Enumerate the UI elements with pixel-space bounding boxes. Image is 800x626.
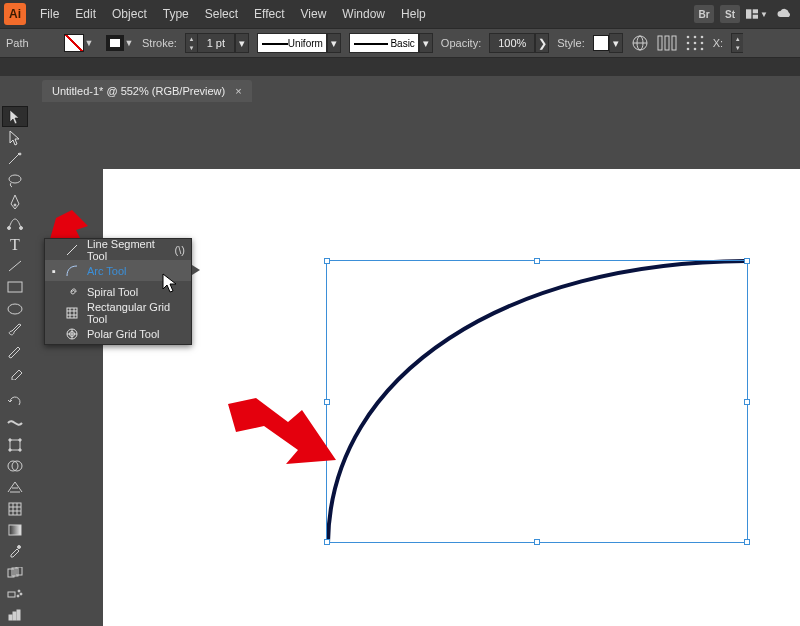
tool-pencil[interactable]: [2, 341, 28, 362]
svg-marker-47: [228, 398, 336, 464]
tool-blend[interactable]: [2, 562, 28, 583]
tool-line-segment[interactable]: [2, 255, 28, 276]
tool-column-graph[interactable]: [2, 605, 28, 626]
menu-view[interactable]: View: [293, 7, 335, 21]
tool-rotate[interactable]: [2, 391, 28, 412]
opacity-input[interactable]: 100% ❯: [489, 33, 549, 53]
menu-window[interactable]: Window: [334, 7, 393, 21]
svg-point-10: [693, 36, 696, 39]
tool-paintbrush[interactable]: [2, 320, 28, 341]
stroke-swatch[interactable]: ▼: [102, 35, 134, 51]
svg-point-20: [14, 204, 16, 206]
menu-help[interactable]: Help: [393, 7, 434, 21]
canvas-overlay: [30, 102, 800, 626]
flyout-item-rectangular-grid[interactable]: Rectangular Grid Tool: [45, 302, 191, 323]
menu-file[interactable]: File: [32, 7, 67, 21]
x-stepper[interactable]: ▲▼: [731, 33, 743, 53]
tool-free-transform[interactable]: [2, 434, 28, 455]
menu-select[interactable]: Select: [197, 7, 246, 21]
fill-swatch[interactable]: ▼: [64, 34, 94, 52]
tool-type[interactable]: T: [2, 234, 28, 255]
svg-point-17: [700, 48, 703, 51]
svg-rect-24: [8, 282, 22, 292]
svg-rect-7: [665, 36, 669, 50]
svg-rect-33: [9, 503, 21, 515]
stroke-weight-value[interactable]: 1 pt: [197, 33, 235, 53]
line-icon: [65, 244, 79, 256]
svg-rect-26: [10, 440, 20, 450]
svg-rect-1: [753, 9, 758, 13]
graphic-style-dropdown[interactable]: ▾: [593, 33, 623, 53]
tool-magic-wand[interactable]: [2, 149, 28, 170]
brush-definition-dropdown[interactable]: Basic ▾: [349, 33, 433, 53]
align-panel-icon[interactable]: [657, 34, 677, 52]
variable-width-profile-dropdown[interactable]: Uniform ▾: [257, 33, 341, 53]
sync-icon[interactable]: [774, 4, 796, 24]
tool-eyedropper[interactable]: [2, 541, 28, 562]
svg-point-28: [19, 438, 21, 440]
transform-panel-icon[interactable]: [685, 34, 705, 52]
flyout-item-line-segment[interactable]: Line Segment Tool (\): [45, 239, 191, 260]
svg-point-18: [19, 153, 21, 155]
svg-rect-44: [13, 612, 16, 620]
flyout-label: Spiral Tool: [87, 286, 185, 298]
svg-rect-43: [9, 615, 12, 620]
annotation-arrow-arc: [228, 398, 338, 482]
tool-eraser[interactable]: [2, 362, 28, 383]
svg-point-21: [8, 227, 11, 230]
tool-symbol-sprayer[interactable]: [2, 583, 28, 604]
canvas[interactable]: [30, 102, 800, 626]
flyout-label: Line Segment Tool: [87, 238, 167, 262]
tool-curvature[interactable]: [2, 213, 28, 234]
close-tab-icon[interactable]: ×: [235, 85, 241, 97]
svg-rect-34: [9, 525, 21, 535]
tool-gradient[interactable]: [2, 519, 28, 540]
svg-point-15: [686, 48, 689, 51]
tool-width[interactable]: [2, 413, 28, 434]
document-tab-title: Untitled-1* @ 552% (RGB/Preview): [52, 85, 225, 97]
flyout-item-polar-grid[interactable]: Polar Grid Tool: [45, 323, 191, 344]
tool-mesh[interactable]: [2, 498, 28, 519]
menu-bar: Ai File Edit Object Type Select Effect V…: [0, 0, 800, 28]
flyout-shortcut: (\): [175, 244, 185, 256]
svg-rect-6: [658, 36, 662, 50]
tool-ellipse[interactable]: [2, 298, 28, 319]
menu-effect[interactable]: Effect: [246, 7, 292, 21]
svg-point-9: [686, 36, 689, 39]
svg-rect-39: [8, 592, 15, 597]
flyout-item-arc[interactable]: ▪ Arc Tool: [45, 260, 191, 281]
tool-shape-builder[interactable]: [2, 455, 28, 476]
flyout-item-spiral[interactable]: Spiral Tool: [45, 281, 191, 302]
svg-point-22: [20, 227, 23, 230]
stroke-weight-stepper[interactable]: ▲▼ 1 pt ▾: [185, 33, 249, 53]
menu-type[interactable]: Type: [155, 7, 197, 21]
menu-edit[interactable]: Edit: [67, 7, 104, 21]
tool-pen[interactable]: [2, 191, 28, 212]
svg-point-12: [686, 42, 689, 45]
tool-lasso[interactable]: [2, 170, 28, 191]
arrange-documents-icon[interactable]: ▼: [746, 4, 768, 24]
stock-icon[interactable]: St: [720, 5, 740, 23]
style-label: Style:: [557, 37, 585, 49]
svg-rect-8: [672, 36, 676, 50]
svg-line-23: [9, 261, 21, 271]
document-tab-bar: Untitled-1* @ 552% (RGB/Preview) ×: [0, 76, 800, 102]
svg-point-42: [17, 595, 19, 597]
tool-selection[interactable]: [2, 106, 28, 127]
svg-point-13: [693, 42, 696, 45]
svg-point-19: [9, 175, 21, 183]
panel-strip: [0, 58, 800, 76]
menu-object[interactable]: Object: [104, 7, 155, 21]
document-tab[interactable]: Untitled-1* @ 552% (RGB/Preview) ×: [42, 80, 252, 102]
spiral-icon: [65, 286, 79, 298]
recolor-artwork-icon[interactable]: [631, 34, 649, 52]
tool-direct-selection[interactable]: [2, 127, 28, 148]
flyout-label: Rectangular Grid Tool: [87, 301, 185, 325]
svg-rect-49: [67, 308, 77, 318]
tool-rectangle[interactable]: [2, 277, 28, 298]
selection-bounding-box[interactable]: [326, 260, 748, 543]
tool-perspective-grid[interactable]: [2, 477, 28, 498]
control-bar: Path ▼ ▼ Stroke: ▲▼ 1 pt ▾ Uniform ▾ Bas…: [0, 28, 800, 58]
svg-point-41: [20, 593, 22, 595]
bridge-icon[interactable]: Br: [694, 5, 714, 23]
